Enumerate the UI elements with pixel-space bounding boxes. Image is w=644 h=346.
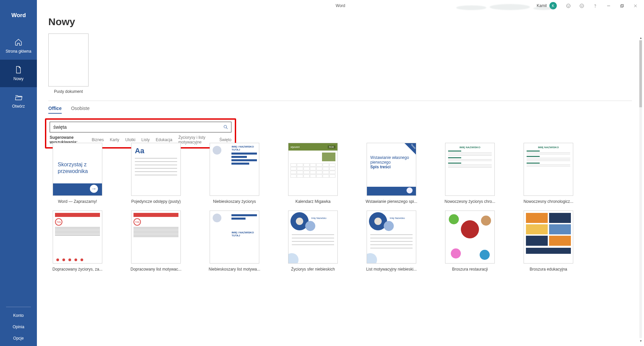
thumb-text: Wstawianie własnego pierwszego <box>370 155 409 165</box>
template-card[interactable]: Skorzystaj z przewodnika → Word — Zapras… <box>48 143 107 204</box>
svg-point-1 <box>568 5 568 5</box>
sidebar-item-label: Strona główna <box>6 49 32 54</box>
suggestion-link[interactable]: Ulotki <box>125 137 136 142</box>
blank-thumbnail <box>48 34 89 86</box>
restore-icon <box>620 3 625 8</box>
template-caption: Niebieskoszary list motywa... <box>205 267 264 272</box>
template-caption: List motywacyjny niebieski... <box>362 267 421 272</box>
template-card[interactable]: Broszura edukacyjna <box>519 211 578 272</box>
svg-point-9 <box>224 125 227 128</box>
frown-icon <box>579 3 584 8</box>
scroll-down-icon[interactable]: ▾ <box>638 338 643 343</box>
template-caption: Pusty dokument <box>48 89 89 94</box>
thumb-text: Spis treści <box>370 165 391 169</box>
sidebar-item-options[interactable]: Opcje <box>0 333 37 344</box>
svg-rect-8 <box>621 5 623 7</box>
help-button[interactable] <box>588 0 602 11</box>
sidebar-item-home[interactable]: Strona główna <box>0 32 37 60</box>
new-badge-icon <box>405 143 416 155</box>
suggestion-link[interactable]: Edukacja <box>156 137 172 142</box>
suggestion-link[interactable]: Karty <box>110 137 119 142</box>
tab-office[interactable]: Office <box>48 106 62 114</box>
template-thumbnail: IMIĘ NAZWISKO <box>524 143 573 196</box>
template-thumbnail: styczeńROK <box>288 143 338 196</box>
template-card[interactable]: IMIĘ I NAZWISKO TUTAJ Niebieskoszary lis… <box>205 211 264 272</box>
template-card[interactable]: Imię Nazwisko Życiorys sfer niebieskich <box>284 211 342 272</box>
template-blank-document[interactable]: Pusty dokument <box>48 34 89 94</box>
template-thumbnail: IMIĘ I NAZWISKO TUTAJ <box>210 143 259 196</box>
close-button[interactable] <box>629 0 642 11</box>
scroll-thumb[interactable] <box>639 40 642 107</box>
svg-point-3 <box>580 4 583 7</box>
template-caption: Broszura restauracji <box>441 267 499 272</box>
sidebar-item-new[interactable]: Nowy <box>0 60 37 87</box>
templates-scrollbar[interactable]: ▴ ▾ <box>638 35 643 343</box>
template-search-input[interactable] <box>50 124 220 130</box>
template-caption: Dopracowany życiorys, za... <box>48 267 107 272</box>
template-card[interactable]: Broszura restauracji <box>441 211 499 272</box>
tab-personal[interactable]: Osobiste <box>71 106 90 114</box>
app-title: Word <box>336 3 345 8</box>
suggestion-link[interactable]: Święto <box>219 137 231 142</box>
svg-point-6 <box>595 7 595 7</box>
smile-icon <box>566 3 571 8</box>
svg-point-5 <box>582 5 583 5</box>
thumb-text: TIIN <box>133 218 141 226</box>
sidebar-footer: Konto Opinia Opcje <box>0 310 37 346</box>
thumb-text: ROK <box>328 146 335 149</box>
sidebar-item-open[interactable]: Otwórz <box>0 87 37 115</box>
template-caption: Broszura edukacyjna <box>519 267 578 272</box>
template-caption: Nowoczesny chronologicz... <box>519 199 578 204</box>
template-card[interactable]: IMIĘ NAZWISKO Nowoczesny życiorys chro..… <box>441 143 499 204</box>
template-caption: Kalendarz Migawka <box>284 199 342 204</box>
template-card[interactable]: Imię Nazwisko List motywacyjny niebieski… <box>362 211 421 272</box>
template-card[interactable]: TIIN Dopracowany list motywac... <box>127 211 185 272</box>
template-thumbnail: Aa <box>131 143 181 196</box>
suggestion-link[interactable]: Listy <box>142 137 150 142</box>
brand: Word <box>0 0 37 32</box>
document-icon <box>14 66 22 74</box>
template-card[interactable]: styczeńROK Kalendarz Migawka <box>284 143 342 204</box>
thumb-text: TIIN <box>55 218 62 226</box>
svg-point-2 <box>569 5 569 5</box>
home-icon <box>14 38 22 46</box>
svg-rect-7 <box>621 4 624 7</box>
suggestion-link[interactable]: Biznes <box>92 137 104 142</box>
template-source-tabs: Office Osobiste <box>48 106 632 114</box>
folder-open-icon <box>14 93 22 101</box>
template-grid: Skorzystaj z przewodnika → Word — Zapras… <box>48 143 637 272</box>
minimize-icon <box>606 3 611 8</box>
feedback-happy-button[interactable] <box>561 0 575 11</box>
titlebar: Word Kamil K <box>37 0 644 11</box>
thumb-text: IMIĘ I NAZWISKO TUTAJ <box>231 145 257 151</box>
template-caption: Nowoczesny życiorys chro... <box>441 199 499 204</box>
template-caption: Pojedyncze odstępy (pusty) <box>127 199 185 204</box>
main: Word Kamil K Nowy Pusty dokument <box>37 0 644 346</box>
template-caption: Niebieskoszary życiorys <box>205 199 264 204</box>
template-thumbnail: IMIĘ NAZWISKO <box>445 143 495 196</box>
thumb-text: Imię Nazwisko <box>390 217 405 219</box>
sidebar-item-label: Nowy <box>13 76 23 81</box>
sidebar-item-account[interactable]: Konto <box>0 310 37 321</box>
template-card[interactable]: Aa Pojedyncze odstępy (pusty) <box>127 143 185 204</box>
template-card[interactable]: IMIĘ I NAZWISKO TUTAJ Niebieskoszary życ… <box>205 143 264 204</box>
scroll-up-icon[interactable]: ▴ <box>638 35 643 40</box>
template-caption: Dopracowany list motywac... <box>127 267 185 272</box>
sidebar-item-feedback[interactable]: Opinia <box>0 321 37 333</box>
svg-point-0 <box>566 4 570 7</box>
thumb-text: IMIĘ I NAZWISKO TUTAJ <box>231 231 257 237</box>
restore-button[interactable] <box>615 0 629 11</box>
template-card[interactable]: TIIN Dopracowany życiorys, za... <box>48 211 107 272</box>
minimize-button[interactable] <box>602 0 615 11</box>
template-thumbnail <box>445 211 495 264</box>
feedback-sad-button[interactable] <box>575 0 588 11</box>
template-thumbnail: Wstawianie własnego pierwszegoSpis treśc… <box>367 143 416 196</box>
thumb-text: IMIĘ NAZWISKO <box>527 146 570 149</box>
template-card[interactable]: Wstawianie własnego pierwszegoSpis treśc… <box>362 143 421 204</box>
search-button[interactable] <box>220 122 231 132</box>
sidebar: Word Strona główna Nowy Otwórz Konto Opi… <box>0 0 37 346</box>
template-card[interactable]: IMIĘ NAZWISKO Nowoczesny chronologicz... <box>519 143 578 204</box>
template-caption: Życiorys sfer niebieskich <box>284 267 342 272</box>
arrow-right-icon: → <box>90 185 98 193</box>
template-thumbnail: TIIN <box>53 211 102 264</box>
